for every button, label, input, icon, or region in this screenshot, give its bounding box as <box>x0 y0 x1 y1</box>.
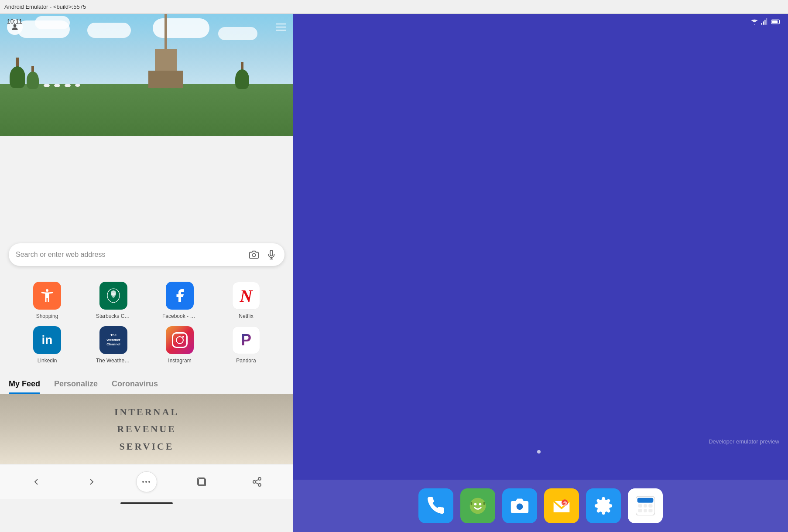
tree-right-1 <box>234 62 250 92</box>
irs-building: INTERNAL REVENUE SERVICE <box>0 394 293 464</box>
svg-text:@: @ <box>562 501 567 506</box>
shortcut-netflix[interactable]: N Netflix <box>216 282 276 319</box>
dock-settings[interactable] <box>586 488 621 523</box>
search-container: Search or enter web address <box>0 236 293 273</box>
shortcuts-grid: Shopping Starbucks Co... <box>0 273 293 372</box>
shortcut-shopping[interactable]: Shopping <box>17 282 77 319</box>
hamburger-line-1 <box>276 24 286 24</box>
svg-rect-17 <box>766 18 767 25</box>
more-button[interactable]: ••• <box>136 471 157 492</box>
dock-contacts[interactable] <box>460 488 495 523</box>
svg-point-1 <box>252 253 255 256</box>
tab-myfeed[interactable]: My Feed <box>9 379 40 394</box>
dock-phone[interactable] <box>418 488 453 523</box>
instagram-icon <box>166 326 194 354</box>
instagram-label: Instagram <box>168 358 191 364</box>
android-main: Developer emulator preview <box>293 30 788 480</box>
facebook-label: Facebook - L... <box>162 313 197 319</box>
shortcut-weather[interactable]: TheWeatherChannel The Weather ... <box>84 326 143 364</box>
svg-rect-23 <box>471 502 473 505</box>
sheep-1 <box>44 84 50 87</box>
weather-label: The Weather ... <box>96 358 131 364</box>
svg-rect-31 <box>637 498 654 503</box>
tree-left-2 <box>26 66 39 92</box>
android-status-bar <box>293 14 788 30</box>
main-area: 10:11 Search or enter web address <box>0 14 788 532</box>
netflix-icon: N <box>232 282 260 310</box>
svg-point-25 <box>517 504 523 510</box>
starbucks-label: Starbucks Co... <box>96 313 131 319</box>
tabs-button[interactable] <box>191 471 212 492</box>
irs-text-3: SERVICE <box>119 438 174 455</box>
svg-point-13 <box>754 24 755 25</box>
hamburger-icon[interactable] <box>276 24 286 31</box>
svg-rect-24 <box>483 502 485 505</box>
weather-icon: TheWeatherChannel <box>99 326 127 354</box>
dev-preview-text: Developer emulator preview <box>709 438 779 445</box>
dock-calendar[interactable] <box>628 488 663 523</box>
starbucks-icon <box>99 282 127 310</box>
sheep-3 <box>65 84 71 87</box>
feed-tabs: My Feed Personalize Coronavirus <box>0 372 293 394</box>
svg-rect-36 <box>644 509 647 512</box>
search-icons <box>248 249 278 261</box>
battery-icon <box>771 19 781 25</box>
shortcut-pandora[interactable]: P Pandora <box>216 326 276 364</box>
search-bar[interactable]: Search or enter web address <box>9 243 284 266</box>
android-panel: Developer emulator preview <box>293 14 788 532</box>
svg-rect-15 <box>763 21 764 25</box>
pandora-icon: P <box>232 326 260 354</box>
back-button[interactable] <box>26 471 47 492</box>
shortcut-starbucks[interactable]: Starbucks Co... <box>84 282 143 319</box>
hamburger-line-2 <box>276 27 286 27</box>
sheep-2 <box>54 84 60 87</box>
svg-rect-32 <box>638 504 642 507</box>
share-button[interactable] <box>247 471 267 492</box>
svg-point-10 <box>258 484 261 486</box>
sheep-4 <box>75 84 80 87</box>
forward-button[interactable] <box>81 471 102 492</box>
home-indicator <box>120 502 173 504</box>
tab-coronavirus[interactable]: Coronavirus <box>112 379 158 394</box>
dock-mail[interactable]: @ <box>544 488 579 523</box>
svg-point-22 <box>479 503 482 506</box>
shortcut-linkedin[interactable]: in Linkedin <box>17 326 77 364</box>
svg-rect-34 <box>648 504 652 507</box>
svg-point-9 <box>253 481 256 483</box>
svg-rect-14 <box>761 23 762 25</box>
news-image: INTERNAL REVENUE SERVICE <box>0 394 293 464</box>
title-bar: Android Emulator - <build>:5575 <box>0 0 788 14</box>
svg-rect-33 <box>644 504 647 507</box>
shortcut-instagram[interactable]: Instagram <box>150 326 209 364</box>
status-time: 10:11 <box>7 18 22 25</box>
svg-rect-37 <box>648 509 652 512</box>
shopping-icon <box>33 282 61 310</box>
instagram-dot <box>182 336 184 338</box>
phone-bottom-nav: ••• <box>0 464 293 499</box>
phone-panel: 10:11 Search or enter web address <box>0 14 293 532</box>
linkedin-label: Linkedin <box>38 358 57 364</box>
wifi-icon <box>750 18 758 26</box>
svg-point-20 <box>470 498 486 514</box>
tree-left-1 <box>9 58 26 92</box>
linkedin-icon: in <box>33 326 61 354</box>
svg-line-11 <box>255 482 258 484</box>
search-input-text[interactable]: Search or enter web address <box>16 251 248 259</box>
sheep-area <box>44 84 80 87</box>
phone-status-overlay: 10:11 <box>0 14 29 29</box>
android-dock: @ <box>293 480 788 532</box>
mic-icon[interactable] <box>265 249 278 261</box>
shortcut-facebook[interactable]: Facebook - L... <box>150 282 209 319</box>
pandora-label: Pandora <box>236 358 256 364</box>
status-icons <box>750 18 781 26</box>
phone-home-bar <box>0 499 293 508</box>
netflix-label: Netflix <box>239 313 253 319</box>
hamburger-line-3 <box>276 30 286 31</box>
camera-search-icon[interactable] <box>248 249 260 261</box>
dot-indicator <box>537 450 541 454</box>
svg-rect-19 <box>772 20 778 23</box>
signal-icon <box>761 18 769 26</box>
dock-camera[interactable] <box>502 488 537 523</box>
window-title: Android Emulator - <build>:5575 <box>4 3 86 10</box>
tab-personalize[interactable]: Personalize <box>54 379 98 394</box>
